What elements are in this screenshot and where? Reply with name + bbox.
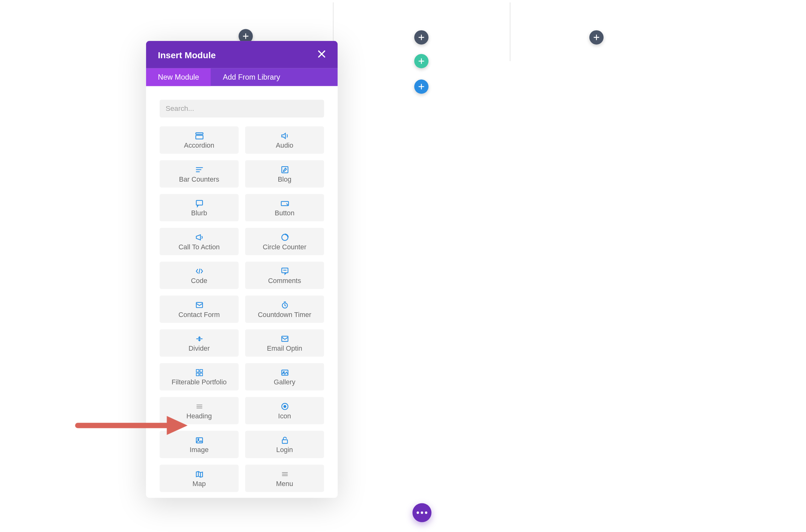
module-bar-counters[interactable]: Bar Counters (160, 160, 239, 188)
lock-icon (280, 436, 289, 444)
chat-icon (194, 199, 204, 207)
bars-icon (194, 166, 204, 174)
modules-grid: AccordionAudioBar CountersBlogBlurbButto… (160, 127, 324, 492)
target-icon (280, 402, 289, 411)
svg-point-27 (198, 439, 198, 440)
module-divider[interactable]: Divider (160, 329, 239, 357)
tab-new-module[interactable]: New Module (146, 68, 211, 86)
svg-rect-11 (196, 303, 203, 307)
module-label: Gallery (274, 379, 296, 386)
plus-icon (418, 84, 425, 90)
module-audio[interactable]: Audio (245, 127, 324, 154)
module-label: Login (276, 446, 293, 454)
svg-point-25 (284, 405, 286, 408)
search-input[interactable] (160, 100, 324, 118)
module-call-to-action[interactable]: Call To Action (160, 228, 239, 255)
svg-rect-0 (195, 133, 203, 134)
module-button[interactable]: Button (245, 194, 324, 221)
module-menu[interactable]: Menu (245, 464, 324, 492)
svg-rect-18 (200, 373, 202, 376)
grid-icon (194, 368, 204, 377)
dot-icon (416, 512, 419, 514)
circle-icon (280, 233, 289, 242)
dot-icon (425, 512, 428, 514)
code-icon (194, 267, 204, 275)
module-label: Circle Counter (263, 243, 307, 251)
module-circle-counter[interactable]: Circle Counter (245, 228, 324, 255)
plus-icon (243, 33, 249, 39)
module-label: Contact Form (179, 311, 220, 318)
module-accordion[interactable]: Accordion (160, 127, 239, 154)
divider-icon (194, 335, 204, 343)
module-label: Blog (278, 176, 291, 183)
module-label: Heading (186, 412, 212, 420)
module-label: Call To Action (179, 243, 220, 251)
button-icon (280, 199, 289, 207)
insert-module-modal: Insert Module New Module Add From Librar… (146, 41, 338, 498)
modal-tabs: New Module Add From Library (146, 68, 338, 86)
module-icon[interactable]: Icon (245, 397, 324, 424)
module-countdown-timer[interactable]: Countdown Timer (245, 296, 324, 323)
mail-icon (280, 335, 289, 343)
audio-icon (280, 132, 289, 140)
module-label: Filterable Portfolio (172, 379, 227, 386)
module-filterable-portfolio[interactable]: Filterable Portfolio (160, 363, 239, 391)
module-label: Icon (278, 412, 291, 420)
svg-rect-17 (196, 373, 199, 376)
module-label: Menu (276, 480, 293, 487)
module-label: Blurb (191, 209, 207, 216)
module-blurb[interactable]: Blurb (160, 194, 239, 221)
module-label: Audio (276, 142, 293, 149)
plus-icon (418, 58, 425, 64)
svg-rect-26 (196, 438, 203, 443)
add-module-button-column-3[interactable] (589, 30, 603, 44)
tab-add-from-library[interactable]: Add From Library (211, 68, 292, 86)
add-section-button[interactable] (414, 80, 429, 94)
module-login[interactable]: Login (245, 431, 324, 458)
svg-rect-16 (200, 369, 202, 372)
module-label: Email Optin (267, 345, 302, 352)
plus-icon (594, 34, 599, 40)
menu-icon (280, 470, 289, 478)
module-label: Accordion (184, 142, 214, 149)
dot-icon (420, 512, 423, 514)
module-label: Bar Counters (179, 176, 220, 183)
svg-rect-28 (282, 440, 287, 443)
builder-settings-button[interactable] (412, 503, 431, 522)
module-email-optin[interactable]: Email Optin (245, 329, 324, 357)
module-heading[interactable]: Heading (160, 397, 239, 424)
accordion-icon (194, 132, 204, 140)
timer-icon (280, 301, 289, 309)
image-icon (194, 436, 204, 444)
mail-icon (194, 301, 204, 309)
module-comments[interactable]: Comments (245, 262, 324, 289)
builder-canvas (0, 0, 801, 532)
modal-body: AccordionAudioBar CountersBlogBlurbButto… (146, 86, 338, 498)
svg-rect-1 (195, 135, 203, 139)
module-map[interactable]: Map (160, 464, 239, 492)
comment-icon (280, 267, 289, 275)
module-contact-form[interactable]: Contact Form (160, 296, 239, 323)
module-code[interactable]: Code (160, 262, 239, 289)
close-button[interactable] (317, 49, 325, 60)
module-label: Image (189, 446, 208, 454)
plus-icon (418, 34, 425, 40)
module-image[interactable]: Image (160, 431, 239, 458)
module-label: Button (275, 209, 295, 216)
modal-header: Insert Module (146, 41, 338, 68)
heading-icon (194, 402, 204, 411)
map-icon (194, 470, 204, 478)
module-label: Divider (189, 345, 210, 352)
modal-title: Insert Module (158, 50, 215, 59)
svg-rect-14 (281, 336, 288, 341)
module-label: Map (192, 480, 206, 487)
svg-rect-6 (196, 201, 203, 205)
module-gallery[interactable]: Gallery (245, 363, 324, 391)
svg-rect-5 (281, 167, 288, 173)
module-blog[interactable]: Blog (245, 160, 324, 188)
add-module-button-column-2[interactable] (414, 30, 429, 44)
close-icon (317, 50, 325, 58)
add-row-button[interactable] (414, 54, 429, 68)
megaphone-icon (194, 233, 204, 242)
gallery-icon (280, 368, 289, 377)
